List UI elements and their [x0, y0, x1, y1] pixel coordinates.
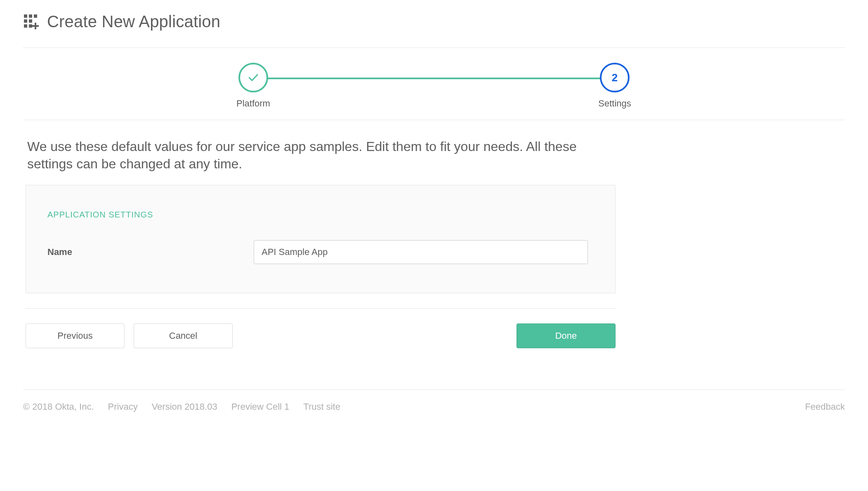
svg-rect-3 — [24, 19, 27, 23]
check-icon — [247, 71, 259, 84]
step-settings-number: 2 — [600, 63, 630, 92]
name-label: Name — [47, 247, 254, 257]
footer-feedback-link[interactable]: Feedback — [805, 401, 845, 412]
intro-text: We use these default values for our serv… — [23, 120, 601, 185]
application-settings-panel: APPLICATION SETTINGS Name — [26, 185, 616, 293]
footer-copyright: © 2018 Okta, Inc. — [23, 401, 94, 412]
svg-rect-0 — [24, 14, 27, 18]
step-settings-label: Settings — [598, 98, 631, 109]
app-grid-add-icon — [23, 14, 40, 30]
done-button[interactable]: Done — [517, 323, 616, 348]
footer-privacy-link[interactable]: Privacy — [108, 401, 138, 412]
previous-button[interactable]: Previous — [26, 323, 125, 348]
footer-version: Version 2018.03 — [152, 401, 217, 412]
step-settings[interactable]: 2 Settings — [585, 63, 644, 109]
step-platform[interactable]: Platform — [224, 63, 283, 109]
wizard-actions: Previous Cancel Done — [26, 308, 616, 348]
footer-trust-link[interactable]: Trust site — [303, 401, 340, 412]
svg-rect-2 — [34, 14, 37, 18]
step-platform-label: Platform — [236, 98, 270, 109]
svg-rect-4 — [29, 19, 32, 23]
footer-cell: Preview Cell 1 — [231, 401, 290, 412]
page-header: Create New Application — [23, 12, 845, 48]
panel-title: APPLICATION SETTINGS — [47, 210, 594, 220]
cancel-button[interactable]: Cancel — [134, 323, 233, 348]
page-title: Create New Application — [47, 12, 220, 31]
wizard-stepper: Platform 2 Settings — [23, 48, 845, 120]
page-footer: © 2018 Okta, Inc. Privacy Version 2018.0… — [23, 389, 845, 412]
svg-rect-6 — [29, 24, 32, 28]
name-input[interactable] — [254, 240, 588, 264]
svg-rect-1 — [29, 14, 32, 18]
svg-rect-8 — [32, 25, 39, 27]
svg-rect-5 — [24, 24, 27, 28]
